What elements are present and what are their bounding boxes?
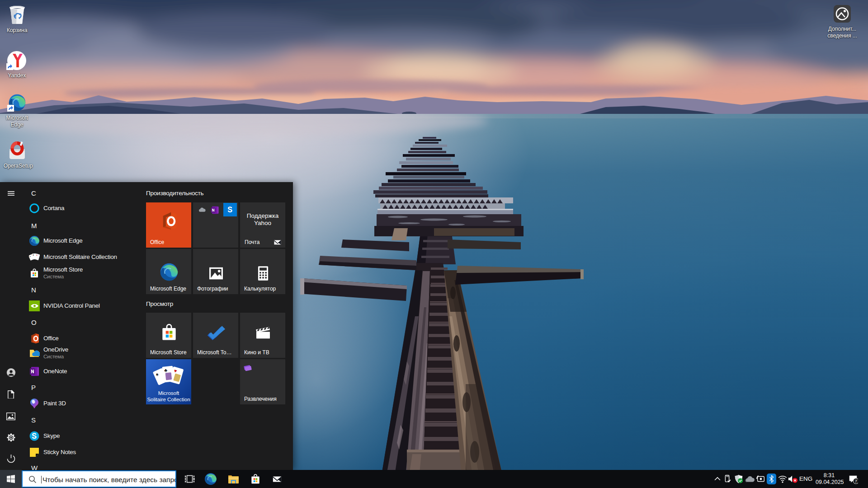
svg-text:7: 7 (855, 479, 857, 483)
